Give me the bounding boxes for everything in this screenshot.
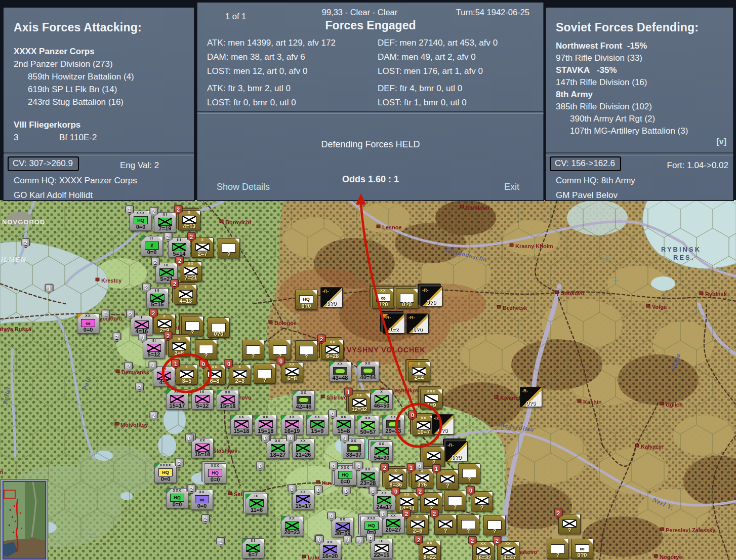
- unit-counter-axis-infantry[interactable]: X3=82: [168, 337, 190, 357]
- unit-counter-axis-unknown[interactable]: 0?0: [208, 317, 230, 338]
- unit-counter-axis-infantry[interactable]: X2=72: [191, 237, 214, 258]
- unit-counter-soviet-rifle-pink[interactable]: XX15=180: [191, 438, 214, 458]
- unit-counter-soviet-tank[interactable]: XX43=48: [329, 362, 351, 382]
- unit-counter-axis-unknown[interactable]: ?: [444, 491, 466, 511]
- unit-counter-soviet-rifle-green[interactable]: XX54=30: [371, 442, 393, 462]
- unit-list-item[interactable]: 2nd Panzer Division (273): [14, 58, 189, 70]
- unit-counter-soviet-tank[interactable]: XX42=46: [293, 390, 315, 411]
- unit-counter-axis-infantry[interactable]: XX16=322: [472, 541, 495, 560]
- unit-counter-axis-unknown[interactable]: ?: [457, 514, 479, 535]
- unit-counter-axis-infantry[interactable]: ?1: [436, 469, 459, 490]
- unit-counter-soviet-rifle-pink[interactable]: XX15=18: [255, 415, 277, 435]
- unit-counter-soviet-rifle-pink[interactable]: XX16=19: [281, 415, 303, 435]
- unit-counter-axis-unknown[interactable]: ?: [218, 238, 240, 258]
- unit-counter-soviet-rifle-pink[interactable]: XX15=18: [217, 390, 239, 410]
- unit-list-item[interactable]: STAVKA -35%: [556, 64, 728, 76]
- unit-counter-axis-infantry[interactable]: X2=62: [406, 514, 429, 535]
- unit-counter-axis-unknown[interactable]: 0?0: [396, 288, 418, 308]
- unit-counter-axis-unknown[interactable]: ?: [295, 340, 317, 361]
- unit-counter-soviet-hq[interactable]: XXXHQ0=01: [130, 211, 152, 231]
- unit-counter-axis-unknown[interactable]: ?: [483, 515, 506, 535]
- unit-counter-soviet-hq[interactable]: XXXHQ0=0: [204, 463, 226, 484]
- unit-list-item[interactable]: 97th Rifle Division (33): [556, 52, 728, 64]
- unit-counter-axis-infantry[interactable]: ?2: [434, 514, 457, 535]
- unit-counter-axis-infantry[interactable]: XX6=282: [321, 340, 344, 360]
- unit-counter-soviet-rifle-green[interactable]: III5=152: [146, 288, 169, 308]
- unit-counter-axis-security[interactable]: XXX4=9: [420, 389, 442, 409]
- unit-counter-axis-cavalry[interactable]: XX∞0?0: [372, 288, 394, 308]
- unit-counter-axis-unknown[interactable]: ?: [254, 364, 276, 384]
- unit-counter-axis-infantry[interactable]: X3?61: [411, 468, 433, 489]
- unit-counter-axis-infantry[interactable]: X2=4: [408, 362, 430, 382]
- unit-counter-soviet-engineer[interactable]: II⊻0=0: [141, 236, 163, 256]
- unit-counter-soviet-rifle-green[interactable]: III5=142: [168, 237, 190, 258]
- unit-counter-axis-unknown[interactable]: ?: [181, 316, 203, 336]
- unit-counter-soviet-hq[interactable]: XXXHQ0=0: [166, 488, 188, 508]
- unit-counter-soviet-rifle-green[interactable]: III11=6: [246, 494, 268, 514]
- unit-counter-axis-infantry[interactable]: XX12=321: [348, 393, 371, 413]
- expand-list-control[interactable]: [v]: [716, 137, 726, 146]
- unit-counter-axis-hq[interactable]: HQ0?0: [295, 290, 317, 310]
- unit-counter-soviet-rifle-pink[interactable]: XX15=17: [166, 389, 188, 410]
- unit-counter-partisan-rail[interactable]: -R-1=2: [383, 313, 405, 334]
- unit-counter-soviet-tank[interactable]: XX40=44: [357, 361, 379, 381]
- unit-counter-soviet-rifle-green[interactable]: III6=7: [242, 538, 264, 558]
- unit-counter-axis-infantry[interactable]: X9=362: [385, 468, 407, 489]
- unit-counter-soviet-motorized-green[interactable]: XX50=57: [357, 416, 379, 436]
- unit-counter-axis-unknown[interactable]: ?: [242, 340, 264, 360]
- unit-counter-partisan-rail[interactable]: -R-0?0: [320, 287, 343, 307]
- unit-counter-axis-unknown[interactable]: ?: [195, 339, 217, 359]
- unit-counter-axis-infantry[interactable]: X3=51: [176, 365, 198, 385]
- unit-counter-soviet-rifle-pink[interactable]: III4=50: [153, 366, 175, 386]
- unit-counter-soviet-cavalry-pink[interactable]: XX∞0=0: [77, 313, 99, 334]
- unit-counter-axis-infantry[interactable]: XX7=212: [180, 261, 202, 282]
- unit-counter-partisan-rail[interactable]: -R-0?0: [420, 286, 442, 306]
- unit-counter-partisan-rail[interactable]: -R-0?0: [520, 387, 542, 407]
- unit-counter-soviet-rifle-violet[interactable]: XX38=590: [332, 517, 354, 537]
- unit-counter-axis-infantry[interactable]: ?2: [558, 514, 581, 534]
- unit-counter-partisan-rail[interactable]: -R-0?0: [445, 441, 468, 461]
- exit-button[interactable]: Exit: [504, 182, 519, 192]
- unit-list-item[interactable]: XXXX Panzer Corps: [14, 45, 189, 58]
- unit-list-item[interactable]: 8th Army: [556, 89, 728, 101]
- unit-counter-axis-infantry[interactable]: X4=132: [178, 210, 200, 230]
- unit-list-item[interactable]: 619th SP Lt Flk Bn (14): [14, 83, 189, 96]
- unit-list-item[interactable]: 385th Rifle Division (102): [556, 101, 728, 113]
- unit-list-item[interactable]: 147th Rifle Division (16): [556, 76, 728, 89]
- unit-counter-soviet-motorized-green[interactable]: X46=50: [371, 389, 393, 410]
- unit-counter-axis-cavalry[interactable]: ∞0?0: [571, 539, 593, 559]
- unit-list-item[interactable]: 107th MG-Artillery Battalion (3): [556, 125, 728, 137]
- unit-list-item[interactable]: 859th Howitzer Battalion (4): [14, 70, 189, 83]
- unit-counter-partisan-rail[interactable]: -R-0?0: [432, 414, 454, 434]
- unit-counter-soviet-rifle-green[interactable]: XX20=23: [281, 516, 303, 536]
- unit-counter-soviet-hq[interactable]: XXXHQ0=0: [360, 516, 383, 536]
- unit-counter-soviet-rifle-green[interactable]: III7=192: [154, 212, 176, 232]
- unit-counter-soviet-rifle-pink[interactable]: XX15=18: [230, 415, 253, 435]
- unit-list-item[interactable]: VIII Fliegerkorps: [14, 118, 189, 131]
- unit-counter-axis-infantry[interactable]: XX14=472: [497, 541, 519, 560]
- unit-list-item[interactable]: 243rd Stug Battalion (16): [14, 96, 189, 108]
- unit-counter-soviet-rifle-white[interactable]: III22=150: [371, 539, 393, 559]
- unit-counter-soviet-tank[interactable]: XX29=33: [382, 415, 404, 435]
- unit-counter-axis-infantry[interactable]: XX6=80: [203, 365, 226, 385]
- minimap[interactable]: [1, 479, 48, 560]
- unit-list-item[interactable]: Northwest Front -15%: [556, 40, 728, 52]
- unit-counter-axis-infantry[interactable]: ?: [423, 446, 445, 466]
- unit-counter-soviet-rifle-pink[interactable]: III4=162: [131, 315, 153, 335]
- unit-counter-axis-infantry[interactable]: ?0: [471, 491, 493, 511]
- unit-counter-axis-infantry[interactable]: X2=92: [153, 314, 176, 334]
- unit-counter-axis-infantry[interactable]: X2=30: [229, 365, 251, 385]
- unit-counter-soviet-rifle-green[interactable]: XX15=80: [333, 415, 355, 435]
- unit-counter-soviet-rifle-violet[interactable]: XX15=170: [292, 490, 314, 510]
- unit-counter-partisan-rail[interactable]: -R-0?0: [406, 313, 429, 334]
- unit-counter-axis-unknown[interactable]: ?: [547, 539, 569, 559]
- unit-counter-axis-infantry[interactable]: XX6=80: [281, 362, 303, 382]
- unit-counter-soviet-rifle-green[interactable]: XX21=260: [292, 438, 314, 459]
- unit-counter-axis-infantry[interactable]: XX8=222: [419, 541, 441, 560]
- unit-counter-soviet-rifle-pink[interactable]: III5=12: [191, 389, 214, 410]
- unit-counter-axis-infantry[interactable]: X4=132: [175, 285, 197, 305]
- air-unit-item[interactable]: 3Bf 110E-2: [14, 131, 189, 144]
- unit-counter-axis-unknown[interactable]: ?: [458, 463, 480, 484]
- show-details-button[interactable]: Show Details: [217, 182, 270, 192]
- unit-counter-soviet-hq[interactable]: XXXXHQ0=0: [154, 463, 177, 483]
